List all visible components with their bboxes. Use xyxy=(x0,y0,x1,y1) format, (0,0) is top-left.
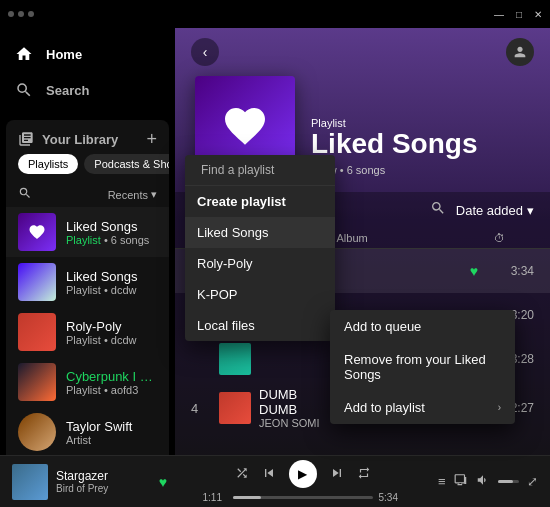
sidebar-label-home: Home xyxy=(46,47,82,62)
sidebar-item-search[interactable]: Search xyxy=(0,72,175,108)
dropdown-liked-songs[interactable]: Liked Songs xyxy=(185,217,335,248)
dropdown-search xyxy=(185,155,335,186)
queue-icon[interactable]: ≡ xyxy=(438,474,446,489)
volume-slider[interactable] xyxy=(498,480,519,483)
player-right: ≡ ⤢ xyxy=(438,473,538,490)
playlist-dropdown: Create playlist Liked Songs Roly-Poly K-… xyxy=(185,155,335,341)
context-queue-label: Add to queue xyxy=(344,319,421,334)
dot-3 xyxy=(28,11,34,17)
player-left: Stargazer Bird of Prey ♥ xyxy=(12,464,167,500)
find-playlist-input[interactable] xyxy=(201,163,335,177)
title-bar-dots xyxy=(8,11,34,17)
search-tracks-button[interactable] xyxy=(430,200,446,220)
dropdown-roly-poly[interactable]: Roly-Poly xyxy=(185,248,335,279)
col-duration: ⏱ xyxy=(494,232,534,244)
maximize-button[interactable]: □ xyxy=(516,9,522,20)
recents-sort[interactable]: Recents ▾ xyxy=(108,188,157,201)
item-info: Liked Songs Playlist • 6 songs xyxy=(66,219,157,246)
item-thumbnail xyxy=(18,413,56,451)
track-name: DUMB DUMB xyxy=(259,387,337,417)
shuffle-button[interactable] xyxy=(235,466,249,483)
item-name: Taylor Swift xyxy=(66,419,157,434)
item-thumbnail xyxy=(18,213,56,251)
filter-playlists[interactable]: Playlists xyxy=(18,154,78,174)
item-info: Liked Songs Playlist • dcdw xyxy=(66,269,157,296)
date-filter[interactable]: Date added ▾ xyxy=(456,203,534,218)
close-button[interactable]: ✕ xyxy=(534,9,542,20)
context-add-to-playlist[interactable]: Add to playlist › xyxy=(330,391,515,424)
list-item[interactable]: Liked Songs Playlist • dcdw xyxy=(6,257,169,307)
item-name: Cyberpunk I Retro Future xyxy=(66,369,157,384)
player-heart-button[interactable]: ♥ xyxy=(159,474,167,490)
library-section: Your Library + Playlists Podcasts & Show… xyxy=(6,120,169,503)
dropdown-create-playlist[interactable]: Create playlist xyxy=(185,186,335,217)
library-search-icon[interactable] xyxy=(18,186,32,203)
item-thumbnail xyxy=(18,363,56,401)
playlist-info: Playlist Liked Songs dcdw • 6 songs xyxy=(311,117,530,176)
library-search-row: Recents ▾ xyxy=(6,182,169,207)
player-controls: ▶ xyxy=(235,460,371,488)
fullscreen-icon[interactable]: ⤢ xyxy=(527,474,538,489)
sidebar-nav: Home Search xyxy=(0,28,175,116)
player-bar: Stargazer Bird of Prey ♥ ▶ 1:11 xyxy=(0,455,550,507)
track-info xyxy=(219,343,337,375)
devices-icon[interactable] xyxy=(454,473,468,490)
player-track-artist: Bird of Prey xyxy=(56,483,151,494)
context-add-to-queue[interactable]: Add to queue xyxy=(330,310,515,343)
filter-podcasts[interactable]: Podcasts & Shows xyxy=(84,154,169,174)
sidebar: Home Search Your Library + Playlists Pod… xyxy=(0,28,175,507)
repeat-button[interactable] xyxy=(357,466,371,483)
progress-fill xyxy=(233,496,261,499)
play-pause-button[interactable]: ▶ xyxy=(289,460,317,488)
sidebar-item-home[interactable]: Home xyxy=(0,36,175,72)
minimize-button[interactable]: — xyxy=(494,9,504,20)
playlist-title: Liked Songs xyxy=(311,129,530,160)
context-arrow-icon: › xyxy=(498,402,501,413)
title-bar: — □ ✕ xyxy=(0,0,550,28)
item-name: Liked Songs xyxy=(66,219,157,234)
search-icon xyxy=(14,80,34,100)
progress-track[interactable] xyxy=(233,496,373,499)
back-button[interactable]: ‹ xyxy=(191,38,219,66)
dropdown-local-files[interactable]: Local files xyxy=(185,310,335,341)
sort-chevron-icon: ▾ xyxy=(151,188,157,201)
context-menu: Add to queue Remove from your Liked Song… xyxy=(330,310,515,424)
item-name: Roly-Poly xyxy=(66,319,157,334)
volume-fill xyxy=(498,480,513,483)
item-thumbnail xyxy=(18,263,56,301)
context-remove-liked[interactable]: Remove from your Liked Songs xyxy=(330,343,515,391)
track-duration: 3:34 xyxy=(494,264,534,278)
context-remove-label: Remove from your Liked Songs xyxy=(344,352,501,382)
window-controls: — □ ✕ xyxy=(494,9,542,20)
playlist-badge: Playlist xyxy=(66,234,101,246)
previous-button[interactable] xyxy=(261,465,277,484)
next-button[interactable] xyxy=(329,465,345,484)
track-heart[interactable]: ♥ xyxy=(454,263,494,279)
player-track-info: Stargazer Bird of Prey xyxy=(56,469,151,494)
col-album: Album xyxy=(337,232,455,244)
player-center: ▶ 1:11 5:34 xyxy=(177,460,428,503)
list-item[interactable]: Taylor Swift Artist xyxy=(6,407,169,457)
track-num: 4 xyxy=(191,401,219,416)
dropdown-kpop[interactable]: K-POP xyxy=(185,279,335,310)
col-heart xyxy=(454,232,494,244)
context-playlist-label: Add to playlist xyxy=(344,400,425,415)
progress-row: 1:11 5:34 xyxy=(203,492,403,503)
time-elapsed: 1:11 xyxy=(203,492,227,503)
list-item[interactable]: Roly-Poly Playlist • dcdw xyxy=(6,307,169,357)
list-item[interactable]: Cyberpunk I Retro Future Playlist • aofd… xyxy=(6,357,169,407)
dot-1 xyxy=(8,11,14,17)
track-cover xyxy=(219,392,251,424)
volume-icon[interactable] xyxy=(476,473,490,490)
date-filter-label: Date added xyxy=(456,203,523,218)
track-artist: JEON SOMI xyxy=(259,417,337,429)
date-filter-chevron-icon: ▾ xyxy=(527,203,534,218)
user-button[interactable] xyxy=(506,38,534,66)
time-total: 5:34 xyxy=(379,492,403,503)
item-thumbnail xyxy=(18,313,56,351)
item-info: Taylor Swift Artist xyxy=(66,419,157,446)
list-item[interactable]: Liked Songs Playlist • 6 songs xyxy=(6,207,169,257)
library-add-button[interactable]: + xyxy=(146,130,157,148)
library-title-text: Your Library xyxy=(42,132,118,147)
item-sub: Artist xyxy=(66,434,157,446)
